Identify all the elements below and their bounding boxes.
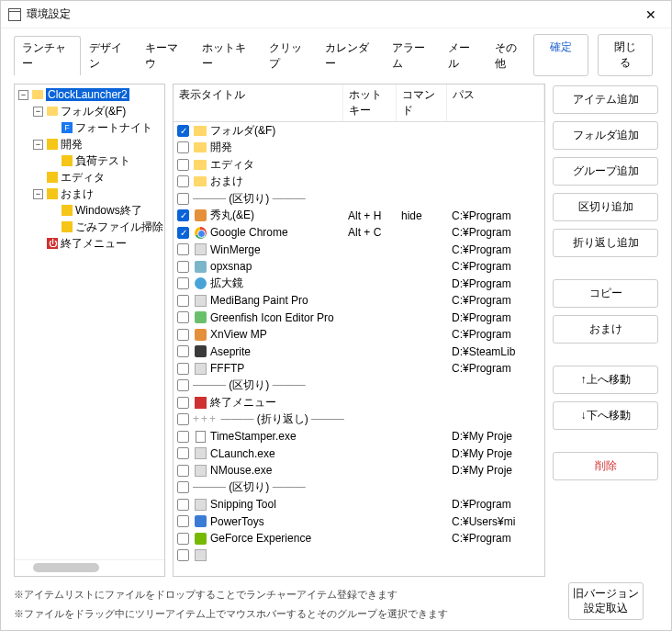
checkbox[interactable]	[177, 379, 189, 391]
checkbox[interactable]	[177, 481, 189, 493]
tree-item[interactable]: −フォルダ(&F)	[15, 103, 164, 119]
checkbox[interactable]	[177, 533, 189, 545]
side-button-9[interactable]: 削除	[553, 452, 658, 480]
item-path: D:¥My Proje	[452, 430, 544, 443]
list-row[interactable]: ✓秀丸(&E)Alt + HhideC:¥Program	[174, 208, 544, 225]
tree-item[interactable]: −ClockLauncher2	[15, 86, 164, 103]
checkbox[interactable]	[177, 329, 189, 341]
checkbox[interactable]	[177, 311, 189, 323]
tree-item[interactable]: −開発	[15, 136, 164, 152]
checkbox[interactable]	[177, 447, 189, 459]
side-button-8[interactable]: ↓下へ移動	[553, 401, 658, 430]
tree-item[interactable]: 負荷テスト	[15, 152, 164, 169]
list-row[interactable]: 終了メニュー	[174, 394, 544, 411]
list-row[interactable]	[174, 547, 544, 565]
checkbox[interactable]: ✓	[177, 125, 189, 137]
list-row[interactable]: WinMergeC:¥Program	[174, 242, 544, 259]
checkbox[interactable]	[177, 277, 189, 289]
checkbox[interactable]	[177, 515, 189, 527]
list-row[interactable]: ——— (区切り) ———	[174, 479, 544, 497]
list-row[interactable]: エディタ	[174, 156, 544, 174]
checkbox[interactable]	[177, 431, 189, 443]
expand-icon[interactable]: −	[33, 140, 43, 150]
list-row[interactable]: 開発	[174, 140, 544, 157]
tree-item[interactable]: Fフォートナイト	[15, 119, 164, 136]
checkbox[interactable]	[177, 243, 189, 255]
tab-3[interactable]: ホットキー	[194, 36, 261, 75]
col-command[interactable]: コマンド	[397, 85, 447, 121]
list-row[interactable]: +++ ——— (折り返し) ——— +++	[174, 411, 544, 429]
list-row[interactable]: ——— (区切り) ———	[174, 190, 544, 208]
tab-5[interactable]: カレンダー	[317, 36, 384, 75]
list-row[interactable]: MediBang Paint ProC:¥Program	[174, 292, 544, 310]
list-row[interactable]: Snipping ToolD:¥Program	[174, 496, 544, 513]
checkbox[interactable]	[177, 261, 189, 273]
tree-item[interactable]: ごみファイル掃除	[15, 219, 164, 235]
list-row[interactable]: AsepriteD:¥SteamLib	[174, 344, 544, 361]
checkbox[interactable]	[177, 499, 189, 511]
col-title[interactable]: 表示タイトル	[174, 85, 343, 121]
tree-item[interactable]: ⏻終了メニュー	[15, 235, 164, 252]
checkbox[interactable]	[177, 295, 189, 307]
expand-icon[interactable]: −	[33, 107, 43, 117]
checkbox[interactable]	[177, 159, 189, 171]
tab-0[interactable]: ランチャー	[14, 36, 81, 75]
checkbox[interactable]	[177, 141, 189, 153]
tab-7[interactable]: メール	[440, 36, 487, 75]
ok-button[interactable]: 確定	[533, 34, 588, 76]
tab-8[interactable]: その他	[487, 36, 533, 75]
tree-item[interactable]: Windows終了	[15, 202, 164, 219]
side-button-5[interactable]: コピー	[553, 279, 658, 308]
tab-2[interactable]: キーマウ	[137, 36, 194, 75]
checkbox[interactable]	[177, 549, 189, 561]
tree-item[interactable]: −おまけ	[15, 186, 164, 202]
list-row[interactable]: 拡大鏡D:¥Program	[174, 276, 544, 293]
expand-icon[interactable]: −	[33, 189, 43, 199]
list-row[interactable]: Greenfish Icon Editor ProD:¥Program	[174, 310, 544, 327]
list-row[interactable]: opxsnapC:¥Program	[174, 258, 544, 276]
list-row[interactable]: おまけ	[174, 174, 544, 191]
list-row[interactable]: CLaunch.exeD:¥My Proje	[174, 445, 544, 463]
close-button[interactable]: 閉じる	[598, 34, 653, 76]
side-button-1[interactable]: フォルダ追加	[553, 121, 658, 150]
checkbox[interactable]	[177, 363, 189, 375]
side-button-2[interactable]: グループ追加	[553, 157, 658, 186]
tree-hscroll[interactable]	[15, 559, 164, 574]
checkbox[interactable]	[177, 465, 189, 477]
list-row[interactable]: GeForce ExperienceC:¥Program	[174, 530, 544, 547]
list-row[interactable]: ——— (区切り) ———	[174, 377, 544, 395]
list-row[interactable]: XnView MPC:¥Program	[174, 326, 544, 344]
checkbox[interactable]	[177, 175, 189, 187]
side-button-0[interactable]: アイテム追加	[553, 85, 658, 114]
checkbox[interactable]: ✓	[177, 209, 189, 221]
nv-icon	[193, 531, 207, 546]
side-button-6[interactable]: おまけ	[553, 315, 658, 344]
legacy-import-button[interactable]: 旧バージョン設定取込	[568, 582, 644, 620]
close-icon[interactable]: ✕	[638, 7, 664, 22]
expand-icon[interactable]: −	[18, 90, 28, 100]
checkbox[interactable]: ✓	[177, 227, 189, 239]
cyan-icon	[193, 259, 207, 274]
col-path[interactable]: パス	[447, 85, 544, 121]
list-row[interactable]: ✓Google ChromeAlt + CC:¥Program	[174, 224, 544, 242]
checkbox[interactable]	[177, 345, 189, 357]
tab-1[interactable]: デザイン	[81, 36, 138, 75]
tree-item[interactable]: エディタ	[15, 169, 164, 186]
col-hotkey[interactable]: ホットキー	[343, 85, 397, 121]
list-row[interactable]: PowerToysC:¥Users¥mi	[174, 513, 544, 531]
checkbox[interactable]	[177, 397, 189, 409]
folder-icon	[193, 123, 207, 138]
checkbox[interactable]	[177, 193, 189, 205]
list-row[interactable]: ✓フォルダ(&F)	[174, 122, 544, 140]
item-path: C:¥Program	[452, 294, 544, 307]
list-row[interactable]: NMouse.exeD:¥My Proje	[174, 462, 544, 479]
tab-6[interactable]: アラーム	[384, 36, 441, 75]
tab-4[interactable]: クリップ	[261, 36, 318, 75]
side-button-3[interactable]: 区切り追加	[553, 193, 658, 221]
list-row[interactable]: FFFTPC:¥Program	[174, 360, 544, 377]
side-button-7[interactable]: ↑上へ移動	[553, 366, 658, 394]
checkbox[interactable]	[177, 413, 189, 425]
side-buttons: アイテム追加フォルダ追加グループ追加区切り追加折り返し追加コピーおまけ↑上へ移動…	[553, 84, 658, 577]
side-button-4[interactable]: 折り返し追加	[553, 229, 658, 257]
list-row[interactable]: TimeStamper.exeD:¥My Proje	[174, 428, 544, 445]
